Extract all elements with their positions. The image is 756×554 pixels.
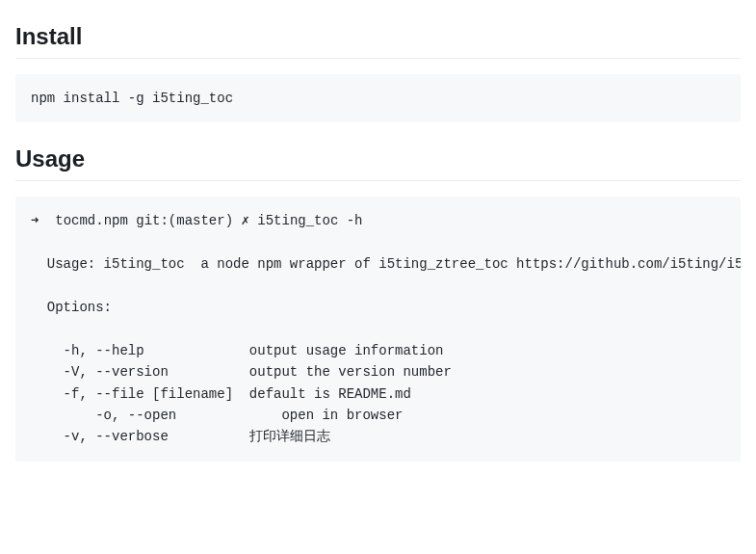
usage-code-block: ➜ tocmd.npm git:(master) ✗ i5ting_toc -h… [15, 197, 741, 461]
usage-heading: Usage [15, 145, 741, 181]
install-heading: Install [15, 23, 741, 59]
install-code-block: npm install -g i5ting_toc [15, 74, 741, 122]
